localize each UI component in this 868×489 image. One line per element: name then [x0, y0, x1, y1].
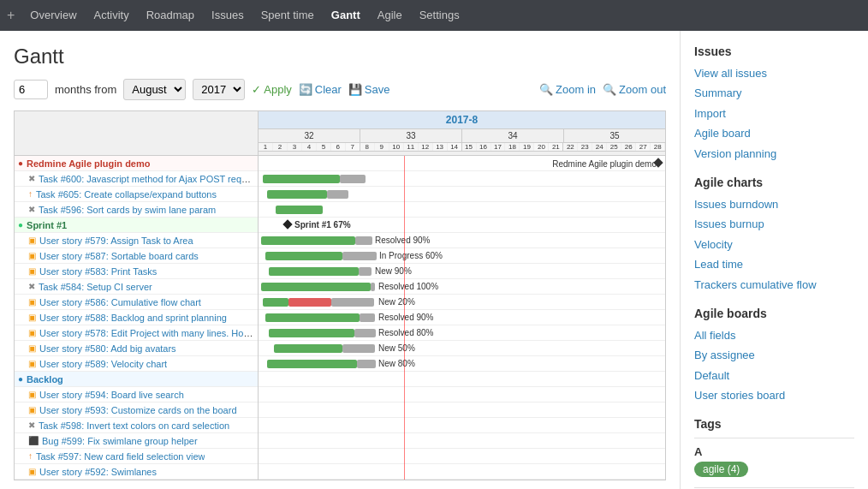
task-row[interactable]: ✖ Task #598: Invert text colors on card … — [15, 418, 258, 433]
add-icon[interactable]: + — [7, 8, 15, 23]
story-icon: ▣ — [28, 236, 36, 245]
nav-overview[interactable]: Overview — [21, 0, 85, 31]
task-link[interactable]: User story #588: Backlog and sprint plan… — [39, 313, 227, 323]
bar-label: Resolved 90% — [378, 313, 433, 322]
task-link[interactable]: Task #597: New card field selection view — [36, 451, 205, 462]
sidebar-link-import[interactable]: Import — [694, 104, 854, 123]
task-row[interactable]: ▣ User story #578: Edit Project with man… — [15, 325, 258, 341]
task-row[interactable]: ✖ Task #600: Javascript method for Ajax … — [15, 171, 258, 187]
task-label: Task #596: Sort cards by swim lane param — [39, 205, 216, 215]
task-label: Task #600: Javascript method for Ajax PO… — [39, 174, 254, 184]
gantt-bar-remaining — [342, 252, 377, 260]
nav-settings[interactable]: Settings — [411, 0, 468, 31]
tag-letter-a: A — [694, 445, 854, 458]
nav-agile[interactable]: Agile — [369, 0, 411, 31]
sidebar-link-summary[interactable]: Summary — [694, 83, 854, 103]
nav-gantt[interactable]: Gantt — [323, 0, 369, 31]
zoom-in-button[interactable]: 🔍 Zoom in — [539, 83, 596, 96]
task-link[interactable]: Task #598: Invert text colors on card se… — [39, 420, 229, 431]
task-link[interactable]: User story #589: Velocity chart — [39, 359, 167, 369]
task-link[interactable]: User story #586: Cumulative flow chart — [39, 297, 201, 307]
today-line — [404, 156, 405, 480]
task-row[interactable]: ⬛ Bug #599: Fix swimlane group helper — [15, 433, 258, 449]
agile-boards-section-title: Agile boards — [694, 307, 854, 320]
task-row[interactable]: ▣ User story #583: Print Tasks — [15, 264, 258, 279]
task-link[interactable]: User story #593: Customize cards on the … — [39, 405, 237, 415]
task-link[interactable]: User story #594: Board live search — [39, 390, 184, 400]
toolbar: months from August 2017 ✓ Apply 🔄 Clear … — [14, 79, 666, 100]
gantt-bars-container: Redmine Agile plugin demo — [259, 156, 665, 480]
task-row[interactable]: ✖ Task #596: Sort cards by swim lane par… — [15, 202, 258, 218]
nav-activity[interactable]: Activity — [86, 0, 138, 31]
task-icon: ✖ — [28, 205, 35, 214]
gantt-bar-row — [259, 403, 665, 418]
months-input[interactable] — [14, 80, 48, 99]
task-row[interactable]: ↑ Task #605: Create collapse/expand butt… — [15, 187, 258, 202]
story-icon: ▣ — [28, 297, 36, 307]
bug-icon: ⬛ — [28, 436, 39, 445]
task-row[interactable]: ✖ Task #584: Setup CI server — [15, 279, 258, 295]
task-link[interactable]: Task #596: Sort cards by swim lane param — [39, 205, 216, 215]
gantt-bars-area: 2017-8 32 33 34 35 1 2 3 — [259, 111, 665, 480]
task-row[interactable]: ▣ User story #580: Add big avatars — [15, 341, 258, 356]
task-label: Task #597: New card field selection view — [36, 451, 205, 462]
agile-charts-section-title: Agile charts — [694, 176, 854, 189]
task-row[interactable]: ● Redmine Agile plugin demo — [15, 156, 258, 171]
task-link[interactable]: User story #583: Print Tasks — [39, 266, 157, 277]
nav-spent-time[interactable]: Spent time — [253, 0, 323, 31]
apply-button[interactable]: ✓ Apply — [252, 83, 292, 96]
task-row[interactable]: ▣ User story #593: Customize cards on th… — [15, 403, 258, 418]
task-link[interactable]: Task #600: Javascript method for Ajax PO… — [39, 174, 254, 184]
year-select[interactable]: 2017 — [193, 79, 245, 100]
sidebar-link-version-planning[interactable]: Version planning — [694, 144, 854, 164]
task-row[interactable]: ● Sprint #1 — [15, 218, 258, 233]
nav-issues[interactable]: Issues — [203, 0, 253, 31]
sidebar-link-default[interactable]: Default — [694, 366, 854, 385]
bar-label: New 50% — [378, 343, 415, 353]
gantt-bar-row — [259, 433, 665, 449]
task-link[interactable]: Task #605: Create collapse/expand button… — [36, 189, 217, 200]
task-row[interactable]: ▣ User story #587: Sortable board cards — [15, 248, 258, 264]
month-select[interactable]: August — [123, 79, 186, 100]
zoom-out-button[interactable]: 🔍 Zoom out — [603, 83, 666, 96]
milestone-diamond — [282, 219, 292, 229]
sidebar-link-issues-burnup[interactable]: Issues burnup — [694, 214, 854, 234]
bar-label: New 20% — [378, 297, 415, 307]
sidebar-link-trackers-cumulative-flow[interactable]: Trackers cumulative flow — [694, 275, 854, 295]
clear-button[interactable]: 🔄 Clear — [299, 83, 342, 96]
sidebar-link-by-assignee[interactable]: By assignee — [694, 345, 854, 365]
task-row[interactable]: ▣ User story #592: Swimlanes — [15, 464, 258, 480]
task-row[interactable]: ▣ User story #589: Velocity chart — [15, 356, 258, 372]
sidebar-link-issues-burndown[interactable]: Issues burndown — [694, 194, 854, 214]
sidebar-link-lead-time[interactable]: Lead time — [694, 254, 854, 274]
sidebar-link-view-all-issues[interactable]: View all issues — [694, 63, 854, 83]
sidebar-link-velocity[interactable]: Velocity — [694, 235, 854, 254]
week-34: 34 — [462, 129, 564, 142]
save-icon: 💾 — [348, 83, 362, 96]
task-link[interactable]: User story #587: Sortable board cards — [39, 251, 199, 261]
task-link[interactable]: User story #578: Edit Project with many … — [39, 328, 254, 338]
task-link[interactable]: User story #592: Swimlanes — [39, 467, 157, 477]
gantt-bar-row — [259, 187, 665, 202]
task-link[interactable]: Task #584: Setup CI server — [39, 282, 152, 292]
task-link[interactable]: User story #579: Assign Task to Area — [39, 236, 193, 246]
save-button[interactable]: 💾 Save — [348, 83, 390, 96]
tag-agile[interactable]: agile (4) — [694, 462, 748, 477]
task-row[interactable]: ▣ User story #588: Backlog and sprint pl… — [15, 310, 258, 325]
sidebar-link-all-fields[interactable]: All fields — [694, 325, 854, 345]
sidebar-link-agile-board[interactable]: Agile board — [694, 123, 854, 143]
task-row[interactable]: ↑ Task #597: New card field selection vi… — [15, 449, 258, 464]
task-row[interactable]: ● Backlog — [15, 372, 258, 387]
task-row[interactable]: ▣ User story #594: Board live search — [15, 387, 258, 403]
gantt-bar-row: New 20% — [259, 295, 665, 310]
task-row[interactable]: ▣ User story #579: Assign Task to Area — [15, 233, 258, 248]
nav-roadmap[interactable]: Roadmap — [138, 0, 203, 31]
gantt-bar-row — [259, 418, 665, 433]
task-link[interactable]: User story #580: Add big avatars — [39, 343, 176, 354]
bar-label: New 90% — [375, 266, 412, 276]
sidebar-link-user-stories-board[interactable]: User stories board — [694, 385, 854, 405]
bar-label: Resolved 90% — [375, 236, 430, 245]
task-link[interactable]: Bug #599: Fix swimlane group helper — [42, 436, 198, 446]
task-row[interactable]: ▣ User story #586: Cumulative flow chart — [15, 295, 258, 310]
gantt-bar — [265, 252, 342, 260]
